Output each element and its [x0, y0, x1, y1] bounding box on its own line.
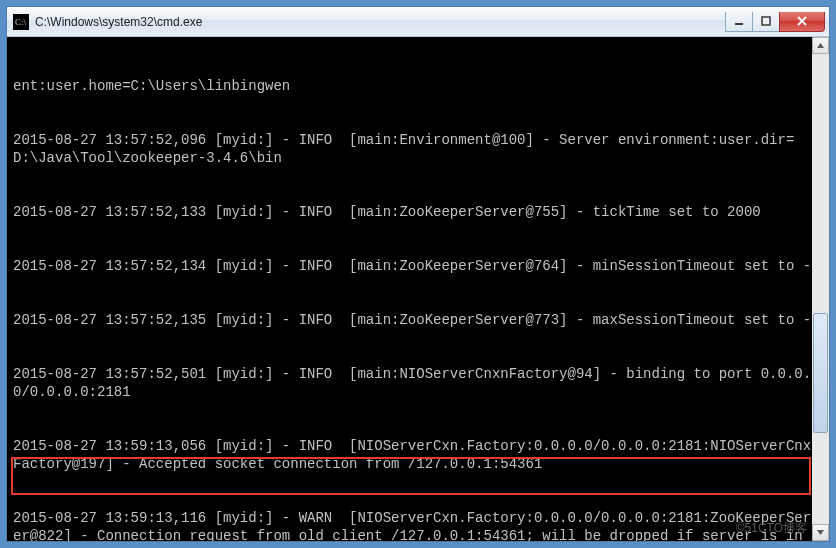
log-line: 2015-08-27 13:57:52,135 [myid:] - INFO [… [13, 311, 827, 329]
log-line: 2015-08-27 13:59:13,116 [myid:] - WARN [… [13, 509, 827, 541]
titlebar[interactable]: C:\ C:\Windows\system32\cmd.exe [7, 7, 829, 37]
log-line: 2015-08-27 13:57:52,134 [myid:] - INFO [… [13, 257, 827, 275]
close-button[interactable] [779, 12, 825, 32]
console-output[interactable]: ent:user.home=C:\Users\linbingwen 2015-0… [7, 37, 829, 541]
scroll-thumb[interactable] [813, 313, 828, 433]
log-line: 2015-08-27 13:57:52,501 [myid:] - INFO [… [13, 365, 827, 401]
window-title: C:\Windows\system32\cmd.exe [35, 15, 726, 29]
log-line: 2015-08-27 13:57:52,096 [myid:] - INFO [… [13, 131, 827, 167]
scroll-down-button[interactable] [812, 524, 829, 541]
vertical-scrollbar[interactable] [812, 37, 829, 541]
maximize-button[interactable] [752, 12, 780, 32]
svg-text:C:\: C:\ [15, 17, 27, 27]
svg-rect-2 [735, 23, 743, 25]
window-buttons [726, 12, 825, 32]
log-line: 2015-08-27 13:59:13,056 [myid:] - INFO [… [13, 437, 827, 473]
cmd-window: C:\ C:\Windows\system32\cmd.exe ent:user… [6, 6, 830, 542]
minimize-button[interactable] [725, 12, 753, 32]
scroll-track[interactable] [812, 54, 829, 524]
svg-rect-3 [762, 17, 770, 25]
cmd-icon: C:\ [13, 14, 29, 30]
scroll-up-button[interactable] [812, 37, 829, 54]
log-line: 2015-08-27 13:57:52,133 [myid:] - INFO [… [13, 203, 827, 221]
watermark: ©51CTO博客 [736, 519, 807, 537]
log-line: ent:user.home=C:\Users\linbingwen [13, 77, 827, 95]
